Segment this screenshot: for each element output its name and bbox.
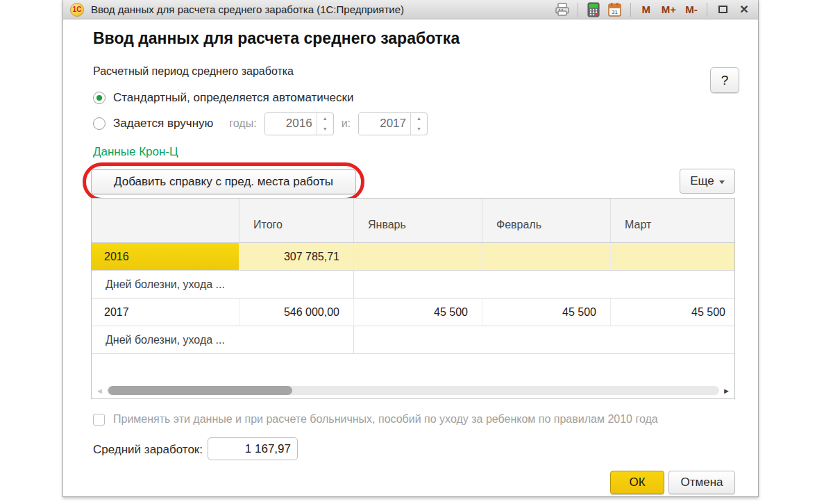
- window-title: Ввод данных для расчета среднего заработ…: [91, 3, 404, 15]
- note-cell[interactable]: Дней болезни, ухода ...: [92, 271, 354, 298]
- period-section-label: Расчетный период среднего заработка: [93, 65, 294, 78]
- title-bar: 1С Ввод данных для расчета среднего зара…: [63, 0, 758, 19]
- svg-text:31: 31: [612, 9, 618, 15]
- note-cell[interactable]: Дней болезни, ухода ...: [92, 326, 354, 353]
- more-button[interactable]: Еще: [680, 169, 735, 194]
- table-row-2017[interactable]: 2017 546 000,00 45 500 45 500 45 500: [92, 299, 734, 326]
- page-title: Ввод данных для расчета среднего заработ…: [93, 29, 460, 48]
- cancel-button[interactable]: Отмена: [668, 471, 735, 494]
- scroll-right-icon[interactable]: ►: [723, 387, 730, 395]
- year-from-input[interactable]: [265, 113, 317, 135]
- data-source-link[interactable]: Данные Крон-Ц: [93, 145, 178, 159]
- more-button-label: Еще: [690, 174, 714, 188]
- and-label: и:: [342, 117, 351, 130]
- 1c-logo-icon: 1С: [70, 3, 84, 17]
- app-window: 1С Ввод данных для расчета среднего зара…: [62, 0, 759, 497]
- total-cell[interactable]: 546 000,00: [239, 299, 354, 326]
- apply-2010-rules-checkbox[interactable]: [93, 414, 105, 426]
- average-earnings-input[interactable]: [208, 437, 298, 460]
- separator: [578, 3, 578, 17]
- separator: [630, 3, 631, 17]
- january-cell[interactable]: [354, 243, 482, 270]
- earnings-table: Итого Январь Февраль Март 2016 307 785,7…: [91, 198, 735, 399]
- titlebar-buttons: 31 M M+ M- ✕: [554, 1, 752, 18]
- radio-standard[interactable]: [93, 92, 106, 104]
- year-from-spinner[interactable]: ▲▼: [317, 113, 333, 135]
- year-to-field: ▲▼: [358, 112, 428, 135]
- scrollbar-thumb[interactable]: [108, 386, 292, 395]
- january-cell[interactable]: 45 500: [354, 299, 482, 326]
- calendar-icon[interactable]: 31: [607, 1, 623, 18]
- chevron-down-icon: [719, 180, 725, 184]
- year-to-input[interactable]: [359, 113, 410, 135]
- total-cell[interactable]: 307 785,71: [239, 243, 354, 270]
- february-cell[interactable]: [482, 243, 611, 270]
- column-header-march[interactable]: Март: [611, 199, 734, 242]
- separator: [707, 3, 707, 17]
- average-earnings-label: Средний заработок:: [93, 443, 203, 457]
- year-cell[interactable]: 2016: [92, 243, 239, 270]
- year-from-field: ▲▼: [264, 112, 334, 135]
- close-icon[interactable]: ✕: [736, 1, 752, 18]
- option-standard-row[interactable]: Стандартный, определяется автоматически: [93, 90, 354, 106]
- radio-manual-label: Задается вручную: [113, 117, 213, 131]
- radio-standard-label: Стандартный, определяется автоматически: [113, 91, 354, 105]
- memory-plus-button[interactable]: M+: [659, 1, 678, 18]
- help-button[interactable]: ?: [710, 67, 739, 93]
- column-header-february[interactable]: Февраль: [482, 199, 611, 242]
- year-cell[interactable]: 2017: [92, 299, 239, 326]
- calculator-icon[interactable]: [585, 1, 602, 18]
- march-cell[interactable]: [611, 243, 734, 270]
- horizontal-scrollbar[interactable]: ◄ ►: [96, 385, 730, 396]
- option-manual-row[interactable]: Задается вручную годы: ▲▼ и: ▲▼: [93, 116, 428, 131]
- column-header-january[interactable]: Январь: [354, 199, 482, 242]
- note-empty-cell[interactable]: [354, 271, 734, 298]
- add-certificate-button[interactable]: Добавить справку с пред. места работы: [91, 169, 356, 194]
- scrollbar-track[interactable]: [107, 386, 719, 395]
- column-header-total[interactable]: Итого: [239, 199, 354, 242]
- apply-2010-rules-row[interactable]: Применять эти данные и при расчете больн…: [93, 413, 658, 426]
- table-row-2016[interactable]: 2016 307 785,71: [92, 243, 734, 271]
- radio-manual[interactable]: [93, 117, 106, 130]
- apply-2010-rules-label: Применять эти данные и при расчете больн…: [113, 413, 658, 426]
- scroll-left-icon[interactable]: ◄: [96, 387, 103, 395]
- table-row-sick-days-2016[interactable]: Дней болезни, ухода ...: [92, 271, 734, 299]
- column-header[interactable]: [92, 199, 239, 242]
- year-to-spinner[interactable]: ▲▼: [410, 113, 427, 135]
- note-empty-cell[interactable]: [354, 326, 734, 353]
- ok-button[interactable]: ОК: [610, 471, 664, 494]
- memory-recall-button[interactable]: M: [638, 1, 655, 18]
- years-label: годы:: [229, 117, 256, 130]
- page-background: 1С Ввод данных для расчета среднего зара…: [0, 0, 833, 504]
- print-icon[interactable]: [554, 1, 571, 18]
- table-header-row: Итого Январь Февраль Март: [92, 199, 734, 243]
- memory-minus-button[interactable]: M-: [683, 1, 700, 18]
- table-row-sick-days-2017[interactable]: Дней болезни, ухода ...: [92, 326, 734, 354]
- march-cell[interactable]: 45 500: [611, 299, 734, 326]
- maximize-icon[interactable]: [714, 1, 731, 18]
- february-cell[interactable]: 45 500: [482, 299, 611, 326]
